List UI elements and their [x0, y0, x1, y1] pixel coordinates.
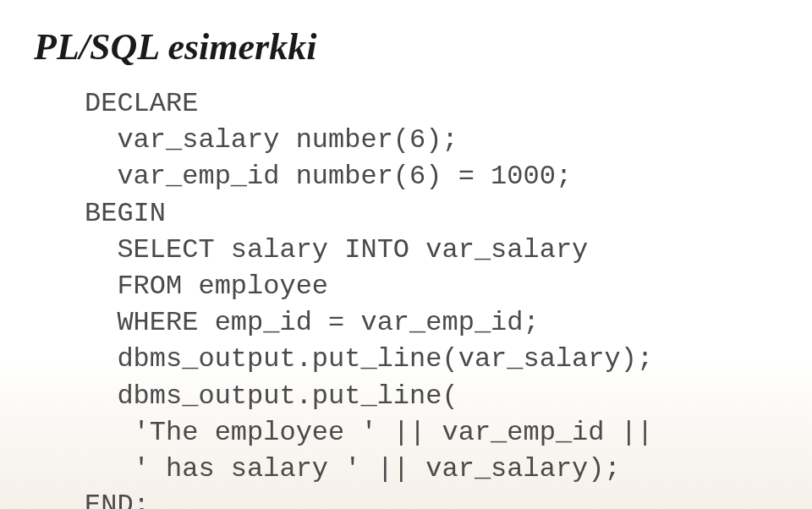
code-line: END;	[85, 490, 150, 509]
code-line: var_salary number(6);	[85, 124, 458, 156]
code-line: WHERE emp_id = var_emp_id;	[85, 307, 540, 338]
code-line: dbms_output.put_line(var_salary);	[85, 343, 653, 375]
code-block: DECLARE var_salary number(6); var_emp_id…	[34, 85, 778, 509]
code-line: ' has salary ' || var_salary);	[85, 453, 621, 484]
code-line: dbms_output.put_line(	[85, 380, 458, 412]
code-line: 'The employee ' || var_emp_id ||	[85, 417, 653, 448]
code-line: DECLARE	[85, 88, 198, 119]
code-line: var_emp_id number(6) = 1000;	[85, 161, 572, 192]
code-line: SELECT salary INTO var_salary	[85, 234, 588, 265]
slide-title: PL/SQL esimerkki	[34, 25, 778, 68]
code-line: BEGIN	[85, 198, 166, 229]
code-line: FROM employee	[85, 271, 328, 302]
